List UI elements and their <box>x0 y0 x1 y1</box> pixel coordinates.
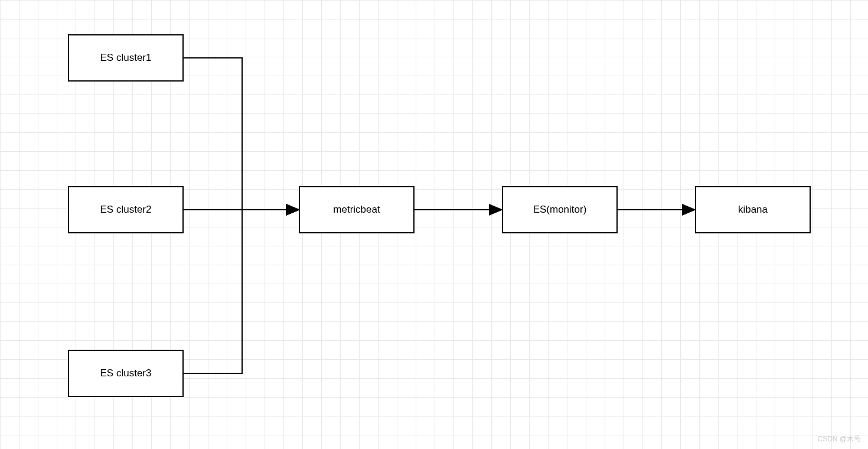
node-es-cluster1: ES cluster1 <box>68 34 184 82</box>
node-es-monitor: ES(monitor) <box>502 186 618 233</box>
node-es-cluster3: ES cluster3 <box>68 350 184 397</box>
node-es-cluster2: ES cluster2 <box>68 186 184 233</box>
node-kibana: kibana <box>695 186 811 233</box>
watermark: CSDN @木号 <box>817 434 861 444</box>
node-label: kibana <box>738 204 768 216</box>
node-label: ES cluster2 <box>100 204 152 216</box>
node-label: metricbeat <box>333 204 380 216</box>
node-label: ES cluster1 <box>100 52 152 64</box>
node-metricbeat: metricbeat <box>299 186 415 233</box>
node-label: ES(monitor) <box>533 204 587 216</box>
node-label: ES cluster3 <box>100 367 152 379</box>
